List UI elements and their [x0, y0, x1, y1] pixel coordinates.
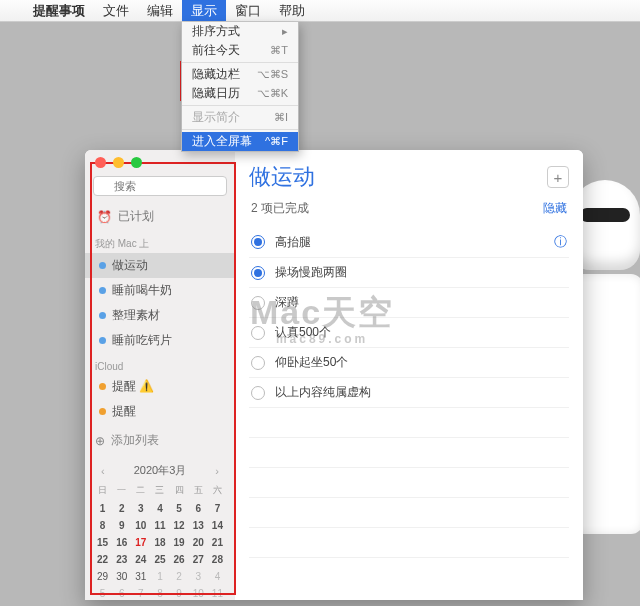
menu-window[interactable]: 窗口 — [226, 0, 270, 21]
cal-day[interactable]: 23 — [112, 552, 131, 567]
task-label: 高抬腿 — [275, 234, 544, 251]
task-label: 以上内容纯属虚构 — [275, 384, 567, 401]
hide-completed-link[interactable]: 隐藏 — [543, 200, 567, 217]
task-radio[interactable] — [251, 235, 265, 249]
cal-day[interactable]: 21 — [208, 535, 227, 550]
task-row[interactable]: 仰卧起坐50个 — [249, 348, 569, 378]
cal-day[interactable]: 10 — [189, 586, 208, 600]
cal-day[interactable]: 3 — [131, 501, 150, 516]
cal-day[interactable]: 5 — [93, 586, 112, 600]
add-list-label: 添加列表 — [111, 432, 159, 449]
cal-day[interactable]: 27 — [189, 552, 208, 567]
cal-day[interactable]: 16 — [112, 535, 131, 550]
task-radio[interactable] — [251, 326, 265, 340]
menu-view[interactable]: 显示 — [182, 0, 226, 21]
dropdown-item[interactable]: 隐藏日历⌥⌘K — [182, 84, 298, 103]
dropdown-item[interactable]: 进入全屏幕^⌘F — [182, 132, 298, 151]
cal-day[interactable]: 11 — [150, 518, 169, 533]
cal-day[interactable]: 17 — [131, 535, 150, 550]
cal-day[interactable]: 4 — [208, 569, 227, 584]
search-input[interactable] — [93, 176, 227, 196]
mini-calendar: ‹ 2020年3月 › 日一二三四五六123456789101112131415… — [85, 457, 235, 600]
task-label: 认真500个 — [275, 324, 567, 341]
sidebar-item-calcium[interactable]: 睡前吃钙片 — [85, 328, 235, 353]
sidebar-item-milk[interactable]: 睡前喝牛奶 — [85, 278, 235, 303]
cal-day[interactable]: 2 — [170, 569, 189, 584]
cal-day[interactable]: 18 — [150, 535, 169, 550]
cal-day[interactable]: 13 — [189, 518, 208, 533]
task-label: 仰卧起坐50个 — [275, 354, 567, 371]
task-radio[interactable] — [251, 296, 265, 310]
cal-day[interactable]: 5 — [170, 501, 189, 516]
menu-edit[interactable]: 编辑 — [138, 0, 182, 21]
empty-row — [249, 468, 569, 498]
cal-day[interactable]: 15 — [93, 535, 112, 550]
minimize-button[interactable] — [113, 157, 124, 168]
dropdown-item: 显示简介⌘I — [182, 108, 298, 127]
cal-day[interactable]: 10 — [131, 518, 150, 533]
task-radio[interactable] — [251, 266, 265, 280]
task-row[interactable]: 深蹲 — [249, 288, 569, 318]
cal-day[interactable]: 20 — [189, 535, 208, 550]
cal-dow: 三 — [150, 482, 169, 499]
cal-day[interactable]: 8 — [150, 586, 169, 600]
dropdown-item[interactable]: 隐藏边栏⌥⌘S — [182, 65, 298, 84]
sidebar-item-exercise[interactable]: 做运动 — [85, 253, 235, 278]
cal-day[interactable]: 7 — [131, 586, 150, 600]
task-radio[interactable] — [251, 356, 265, 370]
cal-day[interactable]: 6 — [112, 586, 131, 600]
cal-day[interactable]: 4 — [150, 501, 169, 516]
task-row[interactable]: 认真500个 — [249, 318, 569, 348]
cal-day[interactable]: 1 — [93, 501, 112, 516]
menu-file[interactable]: 文件 — [94, 0, 138, 21]
empty-row — [249, 498, 569, 528]
info-icon[interactable]: ⓘ — [554, 233, 567, 251]
sidebar-item-reminder-warn[interactable]: 提醒 ⚠️ — [85, 374, 235, 399]
cal-day[interactable]: 26 — [170, 552, 189, 567]
dropdown-item[interactable]: 排序方式▸ — [182, 22, 298, 41]
task-radio[interactable] — [251, 386, 265, 400]
cal-day[interactable]: 24 — [131, 552, 150, 567]
cal-prev[interactable]: ‹ — [97, 465, 109, 477]
task-row[interactable]: 操场慢跑两圈 — [249, 258, 569, 288]
cal-day[interactable]: 2 — [112, 501, 131, 516]
zoom-button[interactable] — [131, 157, 142, 168]
cal-day[interactable]: 25 — [150, 552, 169, 567]
cal-next[interactable]: › — [211, 465, 223, 477]
task-label: 深蹲 — [275, 294, 567, 311]
cal-day[interactable]: 31 — [131, 569, 150, 584]
cal-day[interactable]: 6 — [189, 501, 208, 516]
cal-day[interactable]: 22 — [93, 552, 112, 567]
cal-day[interactable]: 28 — [208, 552, 227, 567]
cal-day[interactable]: 19 — [170, 535, 189, 550]
cal-day[interactable]: 30 — [112, 569, 131, 584]
close-button[interactable] — [95, 157, 106, 168]
add-list-button[interactable]: ⊕ 添加列表 — [85, 424, 235, 457]
cal-day[interactable]: 8 — [93, 518, 112, 533]
sidebar: 🔍 ⏰ 已计划 我的 Mac 上 做运动 睡前喝牛奶 整理素材 睡前吃钙片 iC… — [85, 150, 235, 600]
empty-row — [249, 408, 569, 438]
cal-day[interactable]: 1 — [150, 569, 169, 584]
task-row[interactable]: 高抬腿ⓘ — [249, 227, 569, 258]
empty-row — [249, 438, 569, 468]
scheduled-row[interactable]: ⏰ 已计划 — [85, 202, 235, 229]
scheduled-label: 已计划 — [118, 208, 154, 225]
cal-day[interactable]: 9 — [112, 518, 131, 533]
cal-day[interactable]: 14 — [208, 518, 227, 533]
task-label: 操场慢跑两圈 — [275, 264, 567, 281]
dropdown-item[interactable]: 前往今天⌘T — [182, 41, 298, 60]
cal-dow: 日 — [93, 482, 112, 499]
cal-day[interactable]: 3 — [189, 569, 208, 584]
cal-day[interactable]: 11 — [208, 586, 227, 600]
menu-help[interactable]: 帮助 — [270, 0, 314, 21]
cal-day[interactable]: 29 — [93, 569, 112, 584]
sidebar-item-organize[interactable]: 整理素材 — [85, 303, 235, 328]
sidebar-item-reminder[interactable]: 提醒 — [85, 399, 235, 424]
task-row[interactable]: 以上内容纯属虚构 — [249, 378, 569, 408]
cal-dow: 四 — [170, 482, 189, 499]
add-reminder-button[interactable]: + — [547, 166, 569, 188]
cal-day[interactable]: 12 — [170, 518, 189, 533]
menu-app[interactable]: 提醒事项 — [24, 0, 94, 21]
cal-day[interactable]: 9 — [170, 586, 189, 600]
cal-day[interactable]: 7 — [208, 501, 227, 516]
